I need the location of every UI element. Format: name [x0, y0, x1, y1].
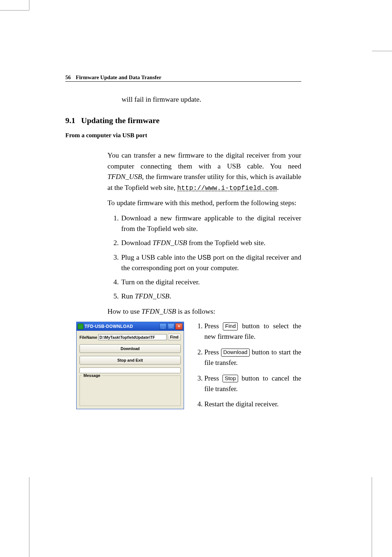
- close-button[interactable]: ×: [175, 323, 183, 330]
- carryover-text: will fail in firmware update.: [122, 95, 301, 103]
- list-item: Download TFDN_USB from the Topfield web …: [121, 237, 301, 248]
- update-steps-list: Download a new firmware applicable to th…: [107, 213, 301, 302]
- stop-exit-button[interactable]: Stop and Exit: [79, 356, 181, 365]
- howto-line: How to use TFDN_USB is as follows:: [107, 306, 301, 317]
- find-button[interactable]: Find: [168, 334, 181, 341]
- usage-steps-list: Press Find button to select the new firm…: [194, 321, 301, 410]
- intro-paragraph-1: You can transfer a new firmware to the d…: [107, 150, 301, 193]
- page-number: 56: [65, 74, 71, 80]
- list-item: Press Stop button to cancel the file tra…: [204, 373, 301, 394]
- running-title: Firmware Update and Data Transfer: [76, 74, 162, 80]
- message-box: Message: [79, 375, 181, 406]
- list-item: Restart the digital receiver.: [204, 399, 301, 410]
- find-keycap: Find: [223, 322, 238, 330]
- subsection-heading: From a computer via USB port: [65, 132, 301, 139]
- topfield-url[interactable]: http://www.i-topfield.com: [177, 184, 277, 192]
- message-label: Message: [82, 373, 102, 378]
- download-keycap: Download: [221, 349, 250, 357]
- filename-label: FileName: [79, 335, 97, 340]
- filename-field[interactable]: [98, 334, 167, 340]
- minimize-button[interactable]: _: [159, 323, 167, 330]
- section-title: Updating the firmware: [81, 116, 160, 125]
- list-item: Press Download button to start the file …: [204, 347, 301, 368]
- tfdn-usb-window: TFD-USB-DOWNLOAD _ □ × FileName Find Dow…: [76, 322, 184, 409]
- download-button[interactable]: Download: [79, 344, 181, 353]
- window-titlebar[interactable]: TFD-USB-DOWNLOAD _ □ ×: [77, 322, 184, 331]
- list-item: Download a new firmware applicable to th…: [121, 213, 301, 234]
- list-item: Press Find button to select the new firm…: [204, 321, 301, 342]
- list-item: Plug a USB cable into the USB port on th…: [121, 252, 301, 273]
- list-item: Turn on the digital receiver.: [121, 277, 301, 287]
- list-item: Run TFDN_USB.: [121, 291, 301, 301]
- intro-paragraph-2: To update firmware with this method, per…: [107, 198, 301, 208]
- window-title: TFD-USB-DOWNLOAD: [85, 324, 159, 329]
- app-name: TFDN_USB: [107, 173, 142, 180]
- app-icon: [78, 324, 83, 329]
- maximize-button[interactable]: □: [167, 323, 175, 330]
- stop-keycap: Stop: [222, 375, 238, 383]
- progress-bar: [79, 367, 181, 373]
- section-number: 9.1: [65, 116, 75, 125]
- section-heading: 9.1Updating the firmware: [65, 116, 301, 125]
- running-head: 56 Firmware Update and Data Transfer: [65, 74, 301, 82]
